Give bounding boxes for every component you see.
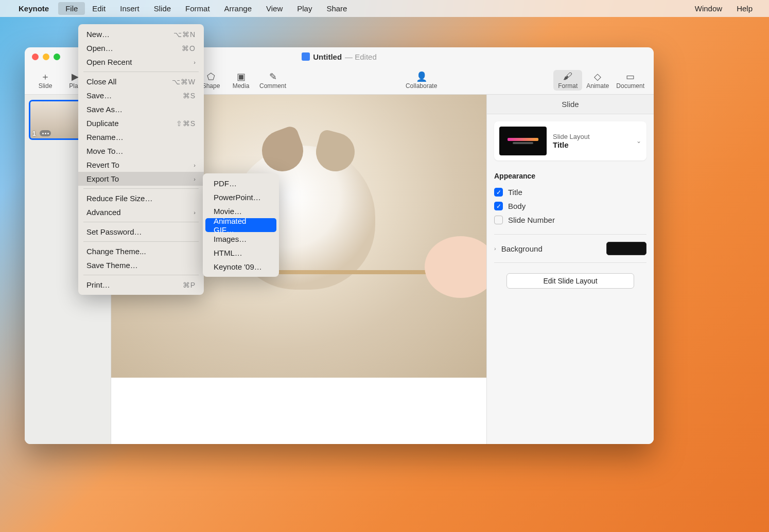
toolbar-add-slide[interactable]: ＋Slide [31,70,60,91]
check-slidenumber-row[interactable]: Slide Number [494,213,646,227]
export-html[interactable]: HTML… [205,246,276,260]
window-zoom-button[interactable] [54,54,60,60]
media-icon: ▣ [237,71,246,82]
menu-save-theme[interactable]: Save Theme… [78,258,204,272]
menu-share[interactable]: Share [319,2,354,15]
menu-duplicate[interactable]: Duplicate⇧⌘S [78,116,204,130]
menu-advanced[interactable]: Advanced› [78,205,204,219]
menu-export-to[interactable]: Export To› [78,172,204,186]
check-slidenumber[interactable] [494,216,503,224]
inspector-tab-slide[interactable]: Slide [487,95,654,114]
menu-print[interactable]: Print…⌘P [78,278,204,292]
export-to-submenu: PDF… PowerPoint… Movie… Animated GIF… Im… [203,173,279,277]
export-pdf[interactable]: PDF… [205,176,276,190]
play-icon: ▶ [72,71,79,82]
menu-file[interactable]: File [58,2,85,15]
menu-play[interactable]: Play [290,2,319,15]
menu-format[interactable]: Format [178,2,217,15]
window-edited-status: — Edited [345,52,377,61]
chevron-right-icon: › [194,59,196,65]
menu-view[interactable]: View [259,2,290,15]
menu-rename[interactable]: Rename… [78,130,204,144]
layout-caption: Slide Layout [553,133,630,140]
menu-move-to[interactable]: Move To… [78,144,204,158]
check-title-label: Title [508,188,522,197]
menu-close-all[interactable]: Close All⌥⌘W [78,75,204,88]
slide-number: 1 [32,130,36,137]
edit-slide-layout-button[interactable]: Edit Slide Layout [506,273,634,289]
menu-arrange[interactable]: Arrange [217,2,259,15]
check-title-row[interactable]: ✓ Title [494,185,646,199]
slide-options-icon[interactable] [40,130,51,136]
menu-slide[interactable]: Slide [147,2,178,15]
toolbar-document[interactable]: ▭Document [613,70,648,91]
chevron-right-icon: › [194,162,196,168]
chevron-down-icon: ⌄ [636,137,641,145]
menu-insert[interactable]: Insert [113,2,147,15]
window-title: Untitled [313,52,342,61]
window-close-button[interactable] [32,54,39,60]
menu-save-as[interactable]: Save As… [78,102,204,116]
toolbar-animate[interactable]: ◇Animate [583,70,612,91]
background-label: Background [501,244,543,253]
menu-open-recent[interactable]: Open Recent› [78,55,204,69]
document-icon [302,52,310,61]
export-animated-gif[interactable]: Animated GIF… [205,218,276,232]
menu-change-theme[interactable]: Change Theme... [78,244,204,258]
menu-revert-to[interactable]: Revert To› [78,158,204,172]
check-title[interactable]: ✓ [494,188,503,197]
check-body-label: Body [508,202,526,210]
window-minimize-button[interactable] [43,54,49,60]
toolbar-media[interactable]: ▣Media [226,70,255,91]
export-images[interactable]: Images… [205,232,276,246]
menu-window[interactable]: Window [688,2,729,15]
menubar: Keynote File Edit Insert Slide Format Ar… [0,0,769,17]
add-slide-icon: ＋ [41,71,50,82]
menu-set-password[interactable]: Set Password… [78,225,204,239]
document-toolbar-icon: ▭ [626,71,635,82]
file-menu-dropdown: New…⌥⌘N Open…⌘O Open Recent› Close All⌥⌘… [78,24,204,295]
check-slidenumber-label: Slide Number [508,216,555,224]
app-name[interactable]: Keynote [19,4,49,13]
chevron-right-icon: › [494,245,496,252]
animate-icon: ◇ [594,71,601,82]
comment-icon: ✎ [269,71,277,82]
background-color-swatch[interactable] [606,242,646,255]
toolbar-comment[interactable]: ✎Comment [256,70,289,91]
export-keynote09[interactable]: Keynote '09… [205,260,276,274]
chevron-right-icon: › [194,209,196,216]
check-body[interactable]: ✓ [494,202,503,210]
format-icon: 🖌 [563,71,572,82]
shape-icon: ⬠ [207,71,215,82]
export-powerpoint[interactable]: PowerPoint… [205,190,276,204]
appearance-heading: Appearance [494,172,646,180]
collaborate-icon: 👤 [416,71,427,82]
menu-open[interactable]: Open…⌘O [78,41,204,55]
slide-layout-picker[interactable]: Slide Layout Title ⌄ [494,121,646,161]
layout-thumbnail [499,127,547,155]
chevron-right-icon: › [194,176,196,182]
toolbar-collaborate[interactable]: 👤Collaborate [403,70,440,91]
menu-new[interactable]: New…⌥⌘N [78,27,204,41]
check-body-row[interactable]: ✓ Body [494,199,646,213]
background-row[interactable]: › Background [494,242,646,255]
inspector-panel: Slide Slide Layout Title ⌄ Appearance ✓ … [486,95,654,444]
menu-reduce-file-size[interactable]: Reduce File Size… [78,191,204,205]
menu-edit[interactable]: Edit [85,2,113,15]
menu-help[interactable]: Help [729,2,760,15]
toolbar-format[interactable]: 🖌Format [553,70,582,91]
layout-name: Title [553,140,630,149]
menu-save[interactable]: Save…⌘S [78,88,204,102]
